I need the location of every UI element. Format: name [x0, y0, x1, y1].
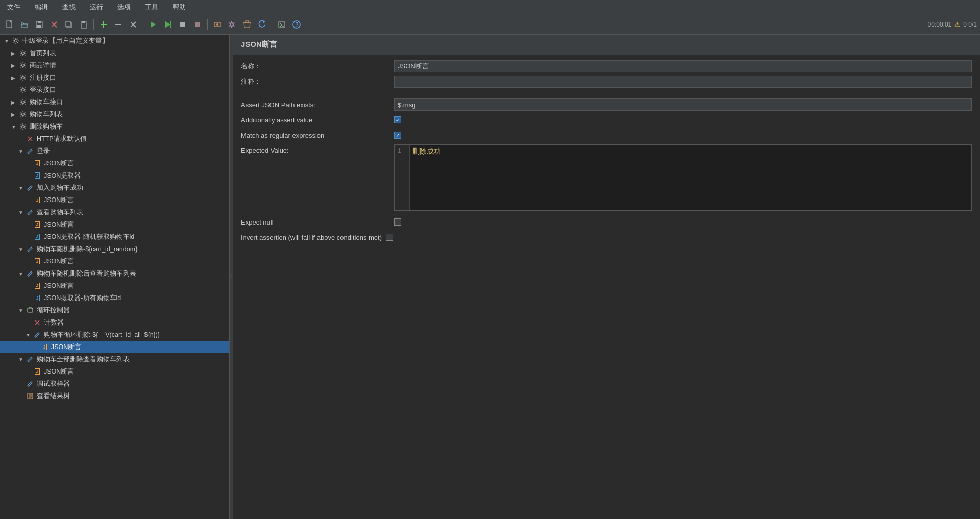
menu-tools[interactable]: 工具 [142, 2, 161, 13]
tree-item[interactable]: JJSON断言 [0, 341, 229, 353]
toolbar-refresh[interactable] [255, 18, 268, 31]
svg-rect-25 [246, 21, 249, 22]
toolbar-delete[interactable] [47, 18, 61, 31]
tree-item[interactable]: ▼循环控制器 [0, 304, 229, 316]
tree-item[interactable]: ▼查看购物车列表 [0, 206, 229, 218]
icon-json: J [33, 281, 42, 290]
svg-point-37 [22, 89, 24, 91]
tree-arrow: ▼ [18, 271, 26, 277]
icon-json: J [33, 195, 42, 205]
separator-1 [241, 93, 972, 93]
tree-item[interactable]: JJSON断言 [0, 255, 229, 267]
invert-assertion-label: Invert assertion (will fail if above con… [241, 234, 382, 241]
menu-file[interactable]: 文件 [4, 2, 23, 13]
tree-item[interactable]: JJSON断言 [0, 194, 229, 206]
toolbar-config[interactable] [226, 18, 239, 31]
assert-path-input[interactable] [394, 98, 972, 111]
tree-item-label: 购物车循环删除-${__V(cart_id_all_${n})} [44, 331, 160, 339]
toolbar-copy[interactable] [62, 18, 76, 31]
tree-item[interactable]: ▶购物车列表 [0, 108, 229, 120]
tree-arrow: ▶ [11, 100, 18, 105]
tree-item-label: JSON提取器-随机获取购物车id [44, 233, 134, 241]
svg-rect-48 [28, 308, 33, 312]
menu-help[interactable]: 帮助 [169, 2, 189, 13]
tree-item[interactable]: ▶购物车接口 [0, 96, 229, 108]
tree-item[interactable]: JJSON断言 [0, 218, 229, 231]
tree-item[interactable]: ▼购物车全部删除查看购物车列表 [0, 353, 229, 365]
tree-item-label: JSON断言 [44, 257, 74, 266]
svg-point-36 [22, 77, 24, 79]
tree-arrow: ▶ [11, 63, 18, 68]
tree-item[interactable]: ▼中级登录【用户自定义变量】 [0, 35, 229, 47]
additionally-assert-checkbox[interactable] [394, 116, 401, 123]
tree-item[interactable]: ▼加入购物车成功 [0, 182, 229, 194]
svg-rect-7 [66, 21, 70, 27]
invert-assertion-checkbox[interactable] [386, 234, 393, 241]
right-content-panel: JSON断言 名称： 注释： Assert JSON Path exists: … [233, 35, 980, 519]
tree-item[interactable]: ▶注册接口 [0, 71, 229, 84]
icon-json: J [33, 220, 42, 229]
toolbar-sep-2 [143, 19, 143, 30]
tree-item[interactable]: 登录接口 [0, 84, 229, 96]
tree-arrow: ▼ [11, 124, 18, 130]
icon-json: J [33, 159, 42, 168]
svg-marker-15 [151, 21, 156, 28]
tree-item[interactable]: HTTP请求默认值 [0, 133, 229, 145]
menu-options[interactable]: 选项 [114, 2, 134, 13]
expect-null-checkbox[interactable] [394, 218, 401, 226]
name-input[interactable] [394, 60, 972, 72]
tree-item-label: 中级登录【用户自定义变量】 [22, 37, 109, 45]
tree-item[interactable]: JJSON断言 [0, 280, 229, 292]
expect-null-checkbox-container [394, 218, 401, 226]
toolbar-multiply[interactable] [127, 18, 140, 31]
toolbar-run[interactable] [146, 18, 160, 31]
tree-item[interactable]: ▶首页列表 [0, 47, 229, 59]
icon-gear [18, 85, 28, 94]
toolbar-help[interactable]: ? [290, 18, 303, 31]
tree-item[interactable]: 计数器 [0, 316, 229, 329]
tree-item-label: 登录 [37, 147, 50, 156]
toolbar-run-thread[interactable] [161, 18, 175, 31]
tree-item-label: 注册接口 [30, 73, 56, 82]
svg-point-35 [22, 64, 24, 67]
tree-item[interactable]: ▼购物车随机删除后查看购物车列表 [0, 267, 229, 280]
tree-item[interactable]: ▼购物车循环删除-${__V(cart_id_all_${n})} [0, 329, 229, 341]
tree-item[interactable]: ▼购物车随机删除-${cart_id_random} [0, 243, 229, 255]
tree-item-label: JSON提取器-所有购物车id [44, 294, 121, 303]
tree-item[interactable]: JJSON断言 [0, 157, 229, 169]
toolbar-sep-3 [207, 19, 208, 30]
toolbar-add[interactable] [97, 18, 110, 31]
tree-item-label: 删除购物车 [30, 122, 63, 131]
toolbar-minus[interactable] [112, 18, 125, 31]
toolbar-remote[interactable] [211, 18, 224, 31]
menu-find[interactable]: 查找 [59, 2, 79, 13]
tree-item[interactable]: ▼登录 [0, 145, 229, 157]
svg-rect-9 [82, 21, 85, 23]
toolbar-open[interactable] [18, 18, 31, 31]
toolbar-clear[interactable] [240, 18, 254, 31]
tree-item-label: 购物车随机删除-${cart_id_random} [37, 245, 137, 254]
tree-item[interactable]: JJSON断言 [0, 365, 229, 378]
comment-input[interactable] [394, 76, 972, 88]
tree-item[interactable]: JJSON提取器-随机获取购物车id [0, 231, 229, 243]
tree-item[interactable]: 查看结果树 [0, 390, 229, 402]
icon-extract: J [33, 293, 42, 303]
tree-item[interactable]: JJSON提取器-所有购物车id [0, 292, 229, 304]
expected-value-area[interactable]: 1 删除成功 [394, 144, 972, 211]
menu-edit[interactable]: 编辑 [32, 2, 51, 13]
match-regex-checkbox[interactable] [394, 132, 401, 139]
toolbar-stop[interactable] [176, 18, 189, 31]
tree-item[interactable]: JJSON提取器 [0, 169, 229, 182]
toolbar-new[interactable] [3, 18, 16, 31]
toolbar-paste[interactable] [77, 18, 90, 31]
menu-run[interactable]: 运行 [87, 2, 106, 13]
tree-item[interactable]: 调试取样器 [0, 378, 229, 390]
expect-null-label: Expect null [241, 218, 394, 226]
toolbar-stop-now[interactable] [191, 18, 204, 31]
toolbar-terminal[interactable] [275, 18, 288, 31]
toolbar-timer-section: 00:00:01 ⚠ 0 0/1 [928, 21, 977, 28]
tree-item[interactable]: ▶商品详情 [0, 59, 229, 71]
tree-item[interactable]: ▼删除购物车 [0, 120, 229, 133]
tree-item-label: 加入购物车成功 [37, 184, 83, 192]
toolbar-save[interactable] [33, 18, 46, 31]
